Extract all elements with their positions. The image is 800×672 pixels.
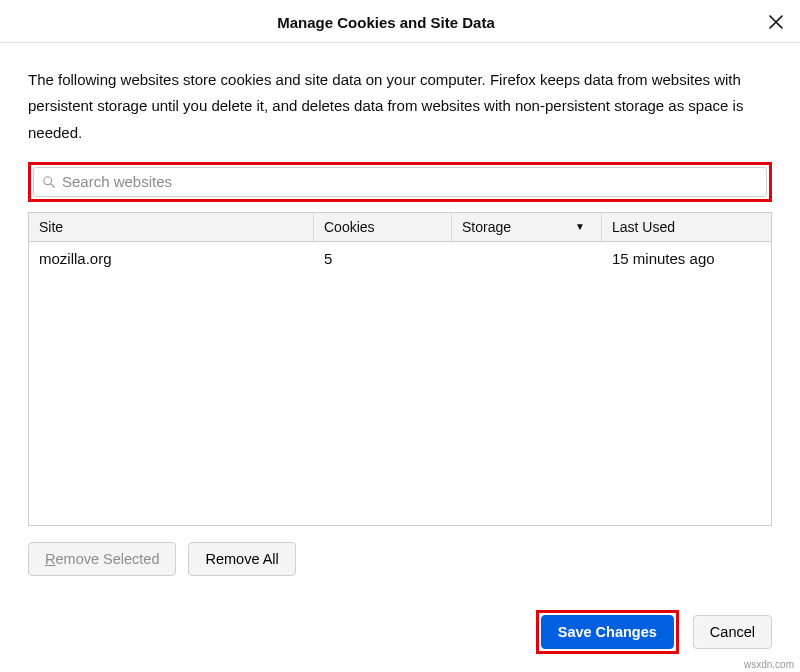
column-last-used[interactable]: Last Used <box>602 213 771 241</box>
sites-table: Site Cookies Storage ▼ Last Used mozilla… <box>28 212 772 526</box>
table-header: Site Cookies Storage ▼ Last Used <box>29 213 771 242</box>
cell-storage <box>452 250 602 267</box>
column-site[interactable]: Site <box>29 213 314 241</box>
column-storage[interactable]: Storage ▼ <box>452 213 602 241</box>
dialog-footer: Save Changes Cancel <box>0 594 800 672</box>
svg-line-1 <box>51 184 55 188</box>
save-highlight: Save Changes <box>536 610 679 654</box>
dialog-description: The following websites store cookies and… <box>28 67 772 146</box>
cancel-button[interactable]: Cancel <box>693 615 772 649</box>
search-highlight <box>28 162 772 202</box>
table-row[interactable]: mozilla.org 5 15 minutes ago <box>29 242 771 275</box>
table-actions: Remove Selected Remove All <box>28 526 772 576</box>
cell-last-used: 15 minutes ago <box>602 250 771 267</box>
dialog-content: The following websites store cookies and… <box>0 43 800 594</box>
sort-indicator-icon: ▼ <box>575 221 585 232</box>
close-button[interactable] <box>762 8 790 36</box>
dialog-title: Manage Cookies and Site Data <box>10 14 762 31</box>
remove-all-button[interactable]: Remove All <box>188 542 295 576</box>
search-box[interactable] <box>33 167 767 197</box>
save-changes-button[interactable]: Save Changes <box>541 615 674 649</box>
cell-cookies: 5 <box>314 250 452 267</box>
column-cookies[interactable]: Cookies <box>314 213 452 241</box>
close-icon <box>769 15 783 29</box>
cookies-dialog: Manage Cookies and Site Data The followi… <box>0 0 800 672</box>
watermark: wsxdn.com <box>744 659 794 670</box>
search-input[interactable] <box>62 173 758 190</box>
remove-selected-button[interactable]: Remove Selected <box>28 542 176 576</box>
titlebar: Manage Cookies and Site Data <box>0 0 800 43</box>
table-body[interactable]: mozilla.org 5 15 minutes ago <box>29 242 771 525</box>
cell-site: mozilla.org <box>29 250 314 267</box>
search-icon <box>42 175 56 189</box>
